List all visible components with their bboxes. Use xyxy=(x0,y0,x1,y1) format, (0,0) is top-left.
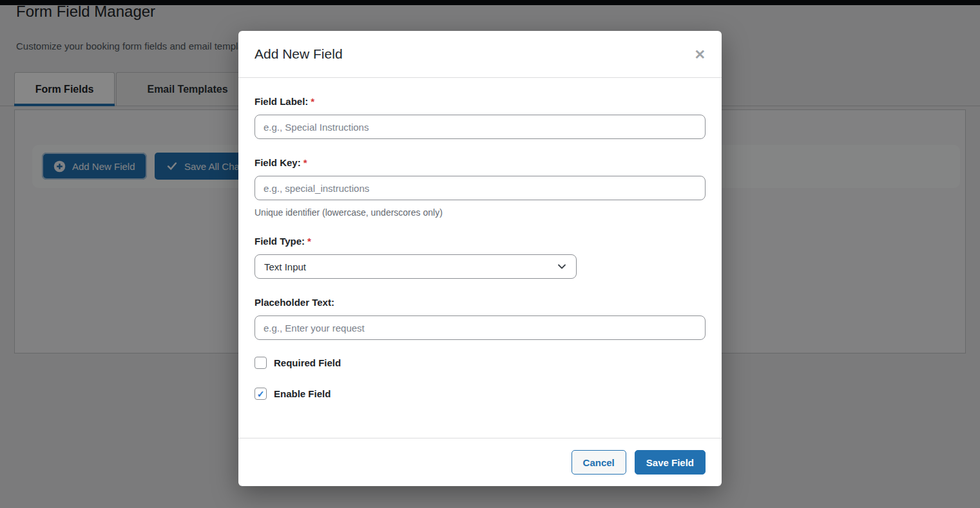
placeholder-text-label: Placeholder Text: xyxy=(255,297,706,308)
cancel-button[interactable]: Cancel xyxy=(572,450,626,475)
placeholder-text-input[interactable] xyxy=(255,315,706,340)
field-type-group: Field Type:* Text Input xyxy=(255,236,706,279)
field-type-select[interactable]: Text Input xyxy=(255,254,577,279)
required-asterisk: * xyxy=(303,157,307,168)
field-type-label: Field Type:* xyxy=(255,236,706,247)
required-asterisk: * xyxy=(311,96,314,107)
enable-field-row: ✓ Enable Field xyxy=(255,388,706,400)
required-field-checkbox[interactable] xyxy=(255,357,267,369)
field-key-text: Field Key: xyxy=(255,157,301,168)
enable-field-label: Enable Field xyxy=(274,388,331,399)
enable-field-checkbox[interactable]: ✓ xyxy=(255,388,267,400)
required-field-label: Required Field xyxy=(274,357,341,368)
placeholder-text-group: Placeholder Text: xyxy=(255,297,706,340)
required-asterisk: * xyxy=(307,236,311,247)
field-key-label: Field Key:* xyxy=(255,157,706,168)
field-type-text: Field Type: xyxy=(255,236,305,247)
modal-header: Add New Field ✕ xyxy=(238,31,722,78)
field-label-label: Field Label:* xyxy=(255,96,706,107)
field-key-helper-text: Unique identifier (lowercase, underscore… xyxy=(255,207,706,218)
field-label-group: Field Label:* xyxy=(255,96,706,139)
modal-footer: Cancel Save Field xyxy=(238,438,722,486)
field-key-input[interactable] xyxy=(255,176,706,200)
field-label-text: Field Label: xyxy=(255,96,308,107)
field-key-group: Field Key:* Unique identifier (lowercase… xyxy=(255,157,706,218)
save-field-button[interactable]: Save Field xyxy=(635,450,706,475)
chevron-down-icon xyxy=(557,261,567,272)
close-icon[interactable]: ✕ xyxy=(694,48,706,61)
field-type-selected-value: Text Input xyxy=(264,261,306,272)
field-label-input[interactable] xyxy=(255,115,706,139)
add-new-field-modal: Add New Field ✕ Field Label:* Field Key:… xyxy=(238,31,722,486)
modal-title: Add New Field xyxy=(255,46,343,62)
required-field-row: Required Field xyxy=(255,357,706,369)
modal-body: Field Label:* Field Key:* Unique identif… xyxy=(238,78,722,438)
